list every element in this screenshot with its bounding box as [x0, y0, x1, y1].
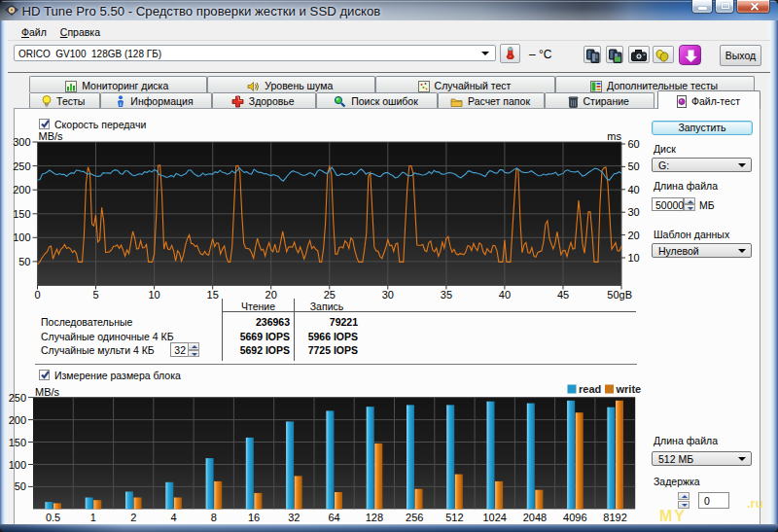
svg-text:write: write	[616, 383, 642, 395]
svg-text:1024: 1024	[482, 512, 506, 523]
svg-text:50: 50	[15, 480, 26, 492]
svg-text:2048: 2048	[523, 512, 547, 523]
svg-text:5: 5	[92, 289, 98, 301]
svg-text:8192: 8192	[603, 512, 626, 523]
svg-text:35: 35	[441, 289, 452, 301]
svg-text:15: 15	[207, 289, 219, 301]
svg-text:0: 0	[34, 289, 40, 301]
svg-text:8: 8	[211, 512, 217, 523]
svg-text:10: 10	[628, 252, 640, 264]
svg-text:16: 16	[248, 512, 260, 523]
svg-text:45: 45	[557, 289, 569, 301]
svg-text:i: i	[120, 100, 122, 108]
svg-text:512: 512	[445, 512, 463, 523]
svg-text:2: 2	[130, 512, 136, 523]
svg-text:30: 30	[382, 289, 394, 301]
svg-text:25: 25	[324, 289, 336, 301]
svg-text:30: 30	[628, 206, 640, 218]
svg-text:1: 1	[90, 512, 96, 523]
svg-text:4: 4	[170, 512, 176, 523]
svg-text:40: 40	[628, 184, 640, 195]
svg-text:50: 50	[628, 160, 640, 172]
svg-text:200: 200	[9, 414, 26, 426]
svg-text:40: 40	[499, 289, 511, 301]
svg-text:100: 100	[9, 459, 26, 471]
svg-text:300: 300	[13, 136, 30, 148]
svg-text:50gB: 50gB	[607, 289, 632, 301]
svg-text:20: 20	[265, 289, 277, 301]
svg-text:60: 60	[628, 138, 640, 150]
svg-text:20: 20	[628, 230, 640, 241]
svg-text:0.5: 0.5	[46, 512, 60, 523]
svg-text:200: 200	[13, 184, 30, 195]
svg-text:read: read	[579, 383, 601, 395]
svg-text:100: 100	[13, 231, 30, 243]
svg-text:ms: ms	[607, 132, 621, 142]
svg-text:150: 150	[13, 208, 30, 220]
svg-text:64: 64	[328, 512, 339, 523]
svg-text:MB/s: MB/s	[35, 386, 60, 398]
svg-text:10: 10	[148, 289, 159, 301]
svg-text:128: 128	[366, 512, 383, 523]
svg-text:250: 250	[9, 392, 26, 404]
svg-text:250: 250	[13, 160, 30, 172]
svg-text:32: 32	[288, 512, 300, 523]
svg-text:150: 150	[9, 437, 26, 448]
svg-text:256: 256	[406, 512, 423, 523]
svg-text:MB/s: MB/s	[39, 132, 64, 142]
svg-text:50: 50	[18, 256, 30, 267]
svg-text:4096: 4096	[563, 512, 586, 523]
